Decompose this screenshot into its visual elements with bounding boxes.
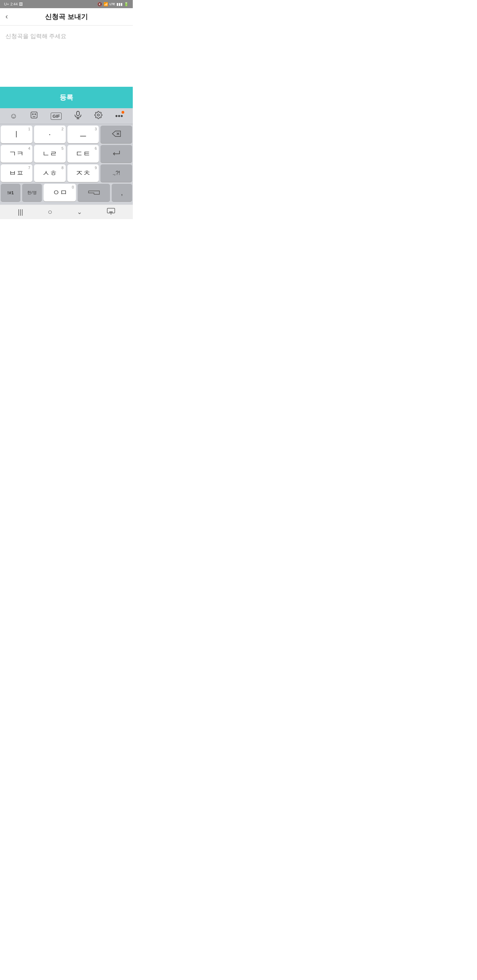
mic-button[interactable] (74, 111, 82, 121)
svg-point-1 (32, 114, 34, 115)
settings-button[interactable] (94, 111, 102, 121)
more-button[interactable]: ••• (115, 111, 123, 121)
status-right: 🔇 📶 LTE ▮▮▮ 🔋 (97, 2, 129, 6)
home-button[interactable]: ○ (48, 208, 52, 216)
key-comma[interactable]: , (112, 184, 132, 202)
key-5[interactable]: 5 ㄴㄹ (34, 145, 66, 163)
keyboard-row-3: 7 ㅂㅍ 8 ㅅㅎ 9 ㅈㅊ .,?! (1, 164, 132, 182)
key-1[interactable]: 1 ㅣ (1, 126, 32, 143)
time-label: 2:44 (10, 2, 18, 6)
svg-rect-0 (31, 112, 37, 118)
image-icon: 🖼 (19, 2, 23, 6)
register-button[interactable]: 등록 (0, 87, 133, 108)
page-title: 신청곡 보내기 (45, 12, 88, 21)
svg-rect-3 (77, 111, 79, 116)
key-8[interactable]: 8 ㅅㅎ (34, 164, 66, 182)
key-0[interactable]: 0 ㅇㅁ (43, 184, 76, 202)
signal-icon: ▮▮▮ (116, 2, 123, 6)
key-special[interactable]: !#1 (1, 184, 21, 202)
nav-bar: ||| ○ ⌄ (0, 205, 133, 219)
svg-point-6 (97, 114, 99, 116)
input-area[interactable]: 신청곡을 입력해 주세요 (0, 25, 133, 87)
input-placeholder: 신청곡을 입력해 주세요 (5, 33, 66, 40)
lte-label: LTE (110, 2, 115, 6)
keyboard-toggle-button[interactable] (107, 208, 115, 216)
emoji-button[interactable]: ☺ (10, 111, 18, 121)
key-9[interactable]: 9 ㅈㅊ (67, 164, 99, 182)
header: ‹ 신청곡 보내기 (0, 8, 133, 25)
svg-point-2 (35, 114, 36, 115)
back-button[interactable]: ‹ (5, 13, 8, 21)
key-3[interactable]: 3 ㅡ (67, 126, 99, 143)
keyboard-row-4: !#1 한/영 0 ㅇㅁ , (1, 184, 132, 202)
back-nav-button[interactable]: ⌄ (77, 208, 82, 216)
keyboard-row-2: 4 ㄱㅋ 5 ㄴㄹ 6 ㄷㅌ (1, 145, 132, 163)
status-left: U+ 2:44 🖼 (4, 2, 23, 6)
status-bar: U+ 2:44 🖼 🔇 📶 LTE ▮▮▮ 🔋 (0, 0, 133, 8)
keyboard-row-1: 1 ㅣ 2 · 3 ㅡ (1, 126, 132, 143)
key-enter[interactable] (101, 145, 132, 163)
gif-button[interactable]: GIF (51, 113, 62, 120)
sim-icon: 📶 (104, 2, 108, 6)
battery-icon: 🔋 (124, 2, 129, 6)
key-punctuation[interactable]: .,?! (101, 164, 132, 182)
key-lang[interactable]: 한/영 (22, 184, 42, 202)
key-space[interactable] (78, 184, 110, 202)
recent-apps-button[interactable]: ||| (18, 208, 23, 216)
keyboard-toolbar: ☺ GIF ••• (0, 108, 133, 124)
carrier-label: U+ (4, 2, 9, 6)
keyboard: 1 ㅣ 2 · 3 ㅡ 4 ㄱㅋ 5 ㄴㄹ (0, 124, 133, 205)
sticker-button[interactable] (30, 111, 38, 121)
key-backspace[interactable] (101, 126, 132, 143)
key-4[interactable]: 4 ㄱㅋ (1, 145, 32, 163)
notification-dot (121, 111, 124, 114)
key-7[interactable]: 7 ㅂㅍ (1, 164, 32, 182)
key-2[interactable]: 2 · (34, 126, 66, 143)
key-6[interactable]: 6 ㄷㅌ (67, 145, 99, 163)
mute-icon: 🔇 (97, 2, 102, 6)
